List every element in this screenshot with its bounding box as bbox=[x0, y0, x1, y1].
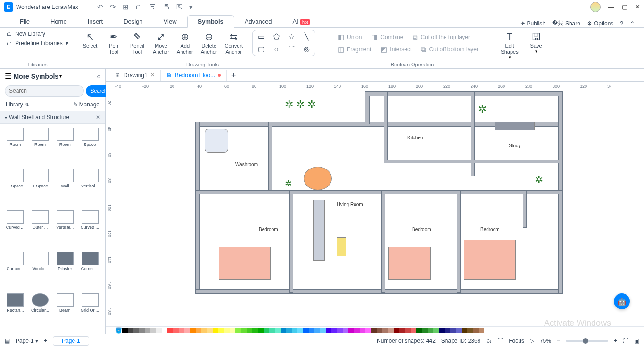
shape-item[interactable]: Grid Ori... bbox=[78, 293, 101, 330]
open-icon[interactable]: 🗀 bbox=[135, 3, 142, 11]
new-icon[interactable]: ⊞ bbox=[123, 3, 129, 11]
color-swatch[interactable] bbox=[371, 328, 377, 333]
library-sort-icon[interactable]: ⇅ bbox=[25, 102, 29, 107]
color-swatch[interactable] bbox=[473, 328, 479, 333]
new-library-button[interactable]: 🗀 New Library bbox=[7, 31, 68, 37]
publish-button[interactable]: ✈ Publish bbox=[520, 20, 545, 27]
menu-file[interactable]: File bbox=[9, 16, 40, 27]
color-swatch[interactable] bbox=[247, 328, 252, 333]
shape-item[interactable]: Room bbox=[54, 128, 77, 164]
focus-icon[interactable]: ⛶ bbox=[497, 338, 503, 344]
color-swatch[interactable] bbox=[450, 328, 456, 333]
predefine-libraries-button[interactable]: 🗃 Predefine Libraries▾ bbox=[7, 40, 68, 47]
color-swatch[interactable] bbox=[184, 328, 190, 333]
bed-2[interactable] bbox=[388, 247, 431, 280]
color-swatch[interactable] bbox=[292, 328, 297, 333]
user-avatar-icon[interactable] bbox=[590, 2, 601, 12]
plant-icon[interactable]: ✲ bbox=[285, 178, 292, 189]
add-tab-button[interactable]: + bbox=[227, 71, 240, 80]
color-swatch[interactable] bbox=[190, 328, 196, 333]
color-swatch[interactable] bbox=[433, 328, 439, 333]
color-swatch[interactable] bbox=[235, 328, 241, 333]
collapse-panel-icon[interactable]: « bbox=[97, 73, 100, 80]
options-button[interactable]: ⚙ Options bbox=[587, 20, 613, 27]
close-icon[interactable]: ✕ bbox=[635, 3, 640, 10]
shape-item[interactable]: Room bbox=[29, 128, 52, 164]
shape-arc-icon[interactable]: ⌒ bbox=[286, 44, 297, 54]
color-swatch[interactable] bbox=[337, 328, 343, 333]
color-swatch[interactable] bbox=[365, 328, 371, 333]
union-button[interactable]: ◧Union bbox=[334, 32, 365, 43]
menu-insert[interactable]: Insert bbox=[77, 16, 114, 27]
color-swatch[interactable] bbox=[179, 328, 184, 333]
color-swatch[interactable] bbox=[173, 328, 179, 333]
menu-design[interactable]: Design bbox=[113, 16, 153, 27]
color-swatch[interactable] bbox=[133, 328, 139, 333]
color-swatch[interactable] bbox=[297, 328, 303, 333]
shape-item[interactable]: T Space bbox=[29, 169, 52, 206]
fullscreen-icon[interactable]: ▣ bbox=[634, 338, 639, 344]
color-swatch[interactable] bbox=[405, 328, 411, 333]
edit-shapes-button[interactable]: TEdit Shapes▾ bbox=[499, 30, 520, 61]
color-swatch[interactable] bbox=[331, 328, 337, 333]
shape-item[interactable]: Circular... bbox=[29, 293, 52, 330]
color-swatch[interactable] bbox=[167, 328, 173, 333]
canvas[interactable]: Washroom Living Room Kitchen Study Bedro… bbox=[115, 91, 644, 326]
save-shapes-button[interactable]: 🖫Save▾ bbox=[525, 30, 547, 55]
menu-home[interactable]: Home bbox=[40, 16, 77, 27]
menu-symbols[interactable]: Symbols bbox=[187, 15, 234, 28]
color-swatch[interactable] bbox=[428, 328, 433, 333]
color-swatch[interactable] bbox=[201, 328, 207, 333]
help-icon[interactable]: ? bbox=[620, 20, 623, 27]
color-swatch[interactable] bbox=[382, 328, 388, 333]
collapse-ribbon-icon[interactable]: ⌃ bbox=[630, 20, 635, 27]
presentation-icon[interactable]: ▷ bbox=[530, 338, 534, 344]
dining-table[interactable] bbox=[304, 167, 332, 190]
color-swatch[interactable] bbox=[445, 328, 450, 333]
color-swatch[interactable] bbox=[213, 328, 218, 333]
shape-item[interactable]: Curved ... bbox=[78, 210, 101, 247]
color-swatch[interactable] bbox=[258, 328, 264, 333]
shape-item[interactable]: Pilaster bbox=[54, 252, 77, 289]
plant-icon[interactable]: ✲ bbox=[535, 174, 543, 186]
assistant-button[interactable]: 🤖 bbox=[614, 293, 630, 309]
add-anchor-tool[interactable]: ⊕Add Anchor bbox=[174, 30, 196, 56]
color-swatch[interactable] bbox=[343, 328, 348, 333]
color-swatch[interactable] bbox=[348, 328, 354, 333]
color-swatch[interactable] bbox=[377, 328, 382, 333]
add-page-button[interactable]: + bbox=[44, 338, 47, 344]
shape-item[interactable]: Beam bbox=[54, 293, 77, 330]
doc-tab-1[interactable]: 🗎 Drawing1 ✕ bbox=[109, 70, 161, 81]
color-swatch[interactable] bbox=[230, 328, 235, 333]
plant-icon[interactable]: ✲ ✲ ✲ bbox=[285, 98, 316, 111]
category-header[interactable]: ▾ Wall Shell and Structure ✕ bbox=[0, 111, 105, 124]
color-swatch[interactable] bbox=[479, 328, 484, 333]
sofa[interactable] bbox=[313, 200, 325, 261]
zoom-out-button[interactable]: − bbox=[557, 338, 560, 344]
pen-tool[interactable]: ✒Pen Tool bbox=[103, 30, 124, 56]
color-swatch[interactable] bbox=[309, 328, 314, 333]
color-swatch[interactable] bbox=[399, 328, 405, 333]
qat-more-icon[interactable]: ▾ bbox=[189, 3, 193, 11]
shape-rect-icon[interactable]: ▭ bbox=[256, 32, 267, 41]
color-swatch[interactable] bbox=[122, 328, 128, 333]
floor-plan[interactable]: Washroom Living Room Kitchen Study Bedro… bbox=[195, 91, 563, 317]
color-swatch[interactable] bbox=[320, 328, 326, 333]
redo-icon[interactable]: ↷ bbox=[110, 3, 116, 11]
color-swatch[interactable] bbox=[286, 328, 292, 333]
export-icon[interactable]: ⇱ bbox=[176, 3, 182, 11]
dropdown-icon[interactable]: ▾ bbox=[59, 73, 62, 79]
color-swatch[interactable] bbox=[462, 328, 467, 333]
manage-link[interactable]: ✎ Manage bbox=[73, 101, 99, 108]
shape-item[interactable]: Space bbox=[78, 128, 101, 164]
shape-item[interactable]: Rectan... bbox=[4, 293, 27, 330]
color-swatch[interactable] bbox=[196, 328, 201, 333]
color-swatch[interactable] bbox=[241, 328, 247, 333]
color-swatch[interactable] bbox=[264, 328, 269, 333]
combine-button[interactable]: ◨Combine bbox=[367, 32, 407, 43]
shape-item[interactable]: Vertical... bbox=[54, 210, 77, 247]
shape-item[interactable]: Room bbox=[4, 128, 27, 164]
color-swatch[interactable] bbox=[467, 328, 473, 333]
color-swatch[interactable] bbox=[275, 328, 281, 333]
convert-anchor-tool[interactable]: ⇆Convert Anchor bbox=[222, 30, 246, 56]
